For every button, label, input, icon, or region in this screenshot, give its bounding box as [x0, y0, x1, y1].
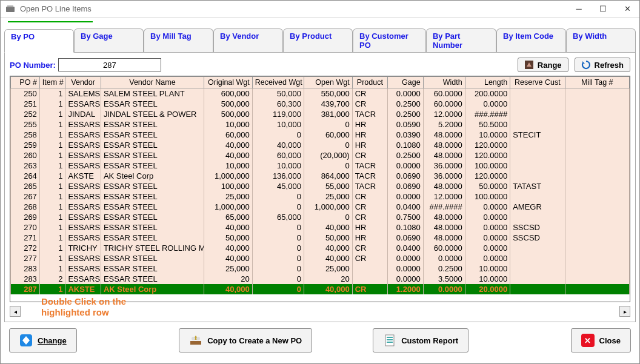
tab-body: PO Number: Range Refresh — [4, 53, 636, 322]
close-label: Close — [599, 336, 621, 345]
copy-label: Copy to Create a New PO — [207, 336, 302, 345]
range-button[interactable]: Range — [518, 58, 568, 72]
table-row[interactable]: 2551ESSARSESSAR STEEL10,00010,0000HR0.05… — [11, 119, 630, 130]
table-row[interactable]: 2721TRICHYTRICHY STEEL ROLLING M40,00004… — [11, 243, 630, 253]
column-header[interactable]: Mill Tag # — [565, 77, 629, 88]
table-row[interactable]: 2701ESSARSESSAR STEEL40,000040,000HR0.10… — [11, 222, 630, 233]
window: Open PO Line Items ─ ☐ ✕ By POBy GageBy … — [0, 0, 640, 364]
svg-rect-0 — [6, 7, 15, 12]
column-header[interactable]: Product — [352, 77, 387, 88]
table-row[interactable]: 2581ESSARSESSAR STEEL60,000060,000HR0.03… — [11, 130, 630, 140]
minimize-button[interactable]: ─ — [567, 1, 591, 18]
refresh-label: Refresh — [595, 61, 624, 70]
column-header[interactable]: PO # — [11, 77, 40, 88]
range-icon — [524, 60, 534, 70]
tab-by-item-code[interactable]: By Item Code — [496, 28, 566, 52]
scroll-left-arrow[interactable]: ◂ — [10, 306, 21, 317]
svg-rect-1 — [7, 5, 13, 7]
tab-by-po[interactable]: By PO — [4, 29, 74, 53]
grid-table[interactable]: PO #Item #VendorVendor NameOriginal WgtR… — [10, 76, 630, 294]
close-icon: ✕ — [581, 334, 595, 347]
column-header[interactable]: Vendor — [65, 77, 101, 88]
table-row[interactable]: 2681ESSARSESSAR STEEL1,000,00001,000,000… — [11, 202, 630, 212]
copy-po-button[interactable]: Copy to Create a New PO — [179, 328, 312, 352]
column-header[interactable]: Gage — [388, 77, 423, 88]
range-label: Range — [538, 61, 562, 70]
copy-icon — [189, 334, 202, 347]
filter-row: PO Number: Range Refresh — [10, 58, 630, 72]
table-row[interactable]: 2671ESSARSESSAR STEEL25,000025,000CR0.00… — [11, 191, 630, 202]
hint-text: Double Click on thehighlighted row — [41, 296, 126, 318]
column-header[interactable]: Open Wgt — [304, 77, 352, 88]
title-underline — [8, 21, 93, 22]
tab-by-mill-tag[interactable]: By Mill Tag — [144, 28, 213, 52]
column-header[interactable]: Item # — [39, 77, 65, 88]
svg-rect-9 — [387, 339, 393, 340]
table-row[interactable]: 2771ESSARSESSAR STEEL40,000040,000CR0.00… — [11, 253, 630, 263]
po-number-label: PO Number: — [10, 61, 56, 70]
svg-rect-8 — [387, 337, 393, 338]
app-icon — [4, 3, 16, 15]
table-row[interactable]: 2871AKSTEAK Steel Corp40,000040,000CR1.2… — [11, 284, 630, 294]
po-number-input[interactable] — [58, 58, 161, 71]
column-header[interactable]: Length — [465, 77, 510, 88]
table-row[interactable]: 2631ESSARSESSAR STEEL10,00010,0000TACR0.… — [11, 160, 630, 171]
custom-report-button[interactable]: Custom Report — [373, 328, 468, 352]
tab-by-part-number[interactable]: By Part Number — [426, 28, 496, 52]
report-label: Custom Report — [401, 336, 458, 345]
table-row[interactable]: 2501SALEMSSALEM STEEL PLANT600,00050,000… — [11, 88, 630, 99]
table-row[interactable]: 2711ESSARSESSAR STEEL50,000050,000HR0.06… — [11, 233, 630, 243]
content: By POBy GageBy Mill TagBy VendorBy Produ… — [1, 18, 639, 363]
column-header[interactable]: Vendor Name — [101, 77, 204, 88]
change-icon — [19, 334, 33, 347]
footer-buttons: Change Copy to Create a New PO Custom Re… — [4, 322, 636, 359]
refresh-icon — [581, 60, 591, 70]
table-row[interactable]: 2521JINDALJINDAL STEEL & POWER500,000119… — [11, 109, 630, 119]
window-title: Open PO Line Items — [20, 4, 567, 13]
tabs: By POBy GageBy Mill TagBy VendorBy Produ… — [4, 28, 636, 53]
column-header[interactable]: Original Wgt — [204, 77, 253, 88]
table-row[interactable]: 2691ESSARSESSAR STEEL65,00065,0000CR0.75… — [11, 212, 630, 222]
tab-by-customer-po[interactable]: By Customer PO — [353, 28, 426, 52]
scroll-right-arrow[interactable]: ▸ — [619, 306, 630, 317]
column-header[interactable]: Reserve Cust — [510, 77, 565, 88]
table-row[interactable]: 2591ESSARSESSAR STEEL40,00040,0000HR0.10… — [11, 140, 630, 150]
tab-by-width[interactable]: By Width — [566, 28, 636, 52]
table-row[interactable]: 2641AKSTEAK Steel Corp1,000,000136,00086… — [11, 171, 630, 181]
refresh-button[interactable]: Refresh — [575, 58, 630, 72]
tab-by-gage[interactable]: By Gage — [74, 28, 144, 52]
svg-rect-10 — [387, 342, 393, 343]
table-row[interactable]: 2511ESSARSESSAR STEEL500,00060,300439,70… — [11, 99, 630, 109]
maximize-button[interactable]: ☐ — [591, 1, 615, 18]
close-window-button[interactable]: ✕ — [615, 1, 639, 18]
change-label: Change — [38, 336, 67, 345]
change-button[interactable]: Change — [9, 328, 77, 352]
svg-point-5 — [192, 337, 195, 340]
close-button[interactable]: ✕ Close — [571, 328, 631, 352]
table-row[interactable]: 2831ESSARSESSAR STEEL25,000025,0000.0000… — [11, 263, 630, 274]
column-header[interactable]: Width — [423, 77, 465, 88]
table-row[interactable]: 2832ESSARSESSAR STEEL200200.00003.500010… — [11, 274, 630, 284]
report-icon — [383, 334, 396, 347]
table-row[interactable]: 2651ESSARSESSAR STEEL100,00045,00055,000… — [11, 181, 630, 191]
window-controls: ─ ☐ ✕ — [567, 1, 639, 18]
svg-rect-4 — [190, 341, 201, 345]
grid: PO #Item #VendorVendor NameOriginal WgtR… — [10, 76, 630, 302]
svg-point-6 — [196, 337, 200, 340]
column-header[interactable]: Received Wgt — [252, 77, 304, 88]
tab-by-product[interactable]: By Product — [283, 28, 353, 52]
titlebar: Open PO Line Items ─ ☐ ✕ — [1, 1, 639, 18]
tab-by-vendor[interactable]: By Vendor — [213, 28, 283, 52]
table-row[interactable]: 2601ESSARSESSAR STEEL40,00060,000(20,000… — [11, 150, 630, 160]
